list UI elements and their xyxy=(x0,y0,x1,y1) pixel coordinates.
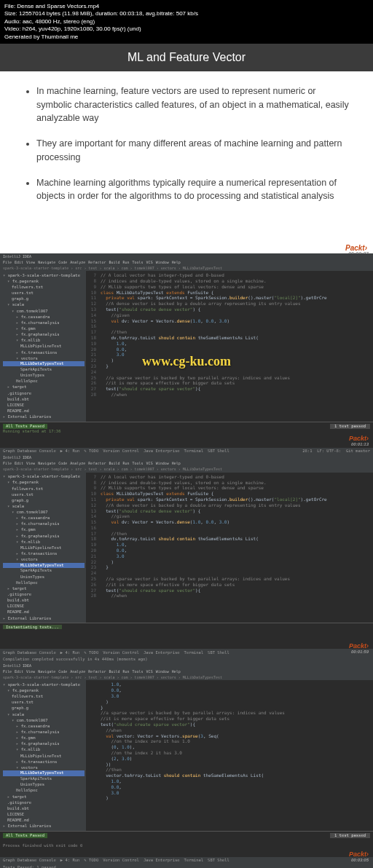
menu-item[interactable]: Run xyxy=(123,669,130,674)
tree-node[interactable]: fx.mllib xyxy=(3,539,85,545)
tree-node[interactable]: fx.gmm xyxy=(3,326,85,331)
tree-node[interactable]: vectors xyxy=(3,557,85,563)
project-tree[interactable]: spark-3-scala-starter-templatefx.pageran… xyxy=(0,271,86,422)
tool-tab[interactable]: Terminal xyxy=(184,650,204,655)
menu-item[interactable]: Window xyxy=(156,461,169,466)
code-editor[interactable]: 7// A local vector has integer-typed and… xyxy=(86,473,373,623)
tree-node[interactable]: External Libraries xyxy=(3,414,85,420)
tree-node[interactable]: External Libraries xyxy=(3,615,85,621)
menu-item[interactable]: Tools xyxy=(133,669,144,674)
tree-node[interactable]: fx.churnanalysis xyxy=(3,521,85,527)
tree-node[interactable]: fx.transactions xyxy=(3,551,85,557)
tree-node[interactable]: fx.pagerank xyxy=(3,480,85,486)
tool-tab[interactable]: Version Control xyxy=(103,449,139,454)
tree-node[interactable]: fx.pagerank xyxy=(3,278,85,284)
menu-item[interactable]: Help xyxy=(172,669,181,674)
menubar[interactable]: FileEditViewNavigateCodeAnalyzeRefactorB… xyxy=(0,461,373,467)
tree-node[interactable]: target xyxy=(3,384,85,390)
code-editor[interactable]: 7// A local vector has integer-typed and… xyxy=(86,271,373,422)
menu-item[interactable]: Tools xyxy=(133,260,144,265)
menu-item[interactable]: Code xyxy=(58,669,67,674)
menu-item[interactable]: View xyxy=(26,669,35,674)
menu-item[interactable]: Help xyxy=(172,461,181,466)
tree-node[interactable]: com.tomekl007 xyxy=(3,717,85,723)
tree-node[interactable]: fx.mllib xyxy=(3,747,85,753)
menu-item[interactable]: Analyze xyxy=(70,461,85,466)
tree-node[interactable]: MLLibPipelineTest xyxy=(3,753,85,759)
tree-node[interactable]: MLLibDataTypesTest xyxy=(3,361,85,366)
tool-tab[interactable]: Version Control xyxy=(103,858,139,863)
tree-node[interactable]: scala xyxy=(3,711,85,717)
tree-node[interactable]: MLLibDataTypesTest xyxy=(3,563,85,568)
tree-node[interactable]: fx.pagerank xyxy=(3,688,85,694)
menu-item[interactable]: Help xyxy=(172,260,181,265)
tree-node[interactable]: followers.txt xyxy=(3,486,85,492)
tool-tab[interactable]: Java Enterprise xyxy=(144,858,180,863)
tree-node[interactable]: UnionTypes xyxy=(3,574,85,580)
run-panel[interactable]: All Tests Passed 1 test passed Process f… xyxy=(0,831,373,857)
tree-node[interactable]: build.sbt xyxy=(3,396,85,402)
menu-item[interactable]: Edit xyxy=(15,260,23,265)
menu-item[interactable]: Build xyxy=(109,461,119,466)
tool-tab[interactable]: ✎ TODO xyxy=(84,858,98,863)
tree-node[interactable]: graph.g xyxy=(3,497,85,503)
menu-item[interactable]: Run xyxy=(123,461,130,466)
tool-tab[interactable]: Graph Database Console xyxy=(3,858,56,863)
tool-tab[interactable]: Terminal xyxy=(184,449,204,454)
tree-node[interactable]: target xyxy=(3,794,85,800)
menu-item[interactable]: Code xyxy=(58,461,67,466)
menu-item[interactable]: Window xyxy=(156,669,169,674)
tool-tab[interactable]: Terminal xyxy=(184,858,204,863)
menu-item[interactable]: Edit xyxy=(15,461,23,466)
tree-node[interactable]: fx.graphanalysis xyxy=(3,533,85,539)
menu-item[interactable]: VCS xyxy=(146,461,153,466)
menu-item[interactable]: Analyze xyxy=(70,260,85,265)
breadcrumb[interactable]: spark-3-scala-starter-template › src › t… xyxy=(0,674,373,680)
tree-node[interactable]: users.txt xyxy=(3,492,85,497)
menu-item[interactable]: Build xyxy=(109,669,119,674)
tree-node[interactable]: spark-3-scala-starter-template xyxy=(3,272,85,278)
tree-node[interactable]: fx.gmm xyxy=(3,735,85,741)
tree-node[interactable]: SparkApiTests xyxy=(3,366,85,372)
project-tree[interactable]: spark-3-scala-starter-templatefx.pageran… xyxy=(0,680,86,831)
tree-node[interactable]: graph.g xyxy=(3,706,85,711)
tree-node[interactable]: MLLibDataTypesTest xyxy=(3,770,85,776)
run-panel[interactable]: All Tests Passed 1 test passed Running s… xyxy=(0,422,373,448)
tree-node[interactable]: vectors xyxy=(3,765,85,770)
project-tree[interactable]: spark-3-scala-starter-templatefx.pageran… xyxy=(0,473,86,623)
tree-node[interactable]: followers.txt xyxy=(3,284,85,290)
tree-node[interactable]: LICENSE xyxy=(3,402,85,408)
tree-node[interactable]: fx.cassandra xyxy=(3,723,85,729)
tree-node[interactable]: fx.cassandra xyxy=(3,314,85,320)
menu-item[interactable]: Tools xyxy=(133,461,144,466)
menu-item[interactable]: Analyze xyxy=(70,669,85,674)
menu-item[interactable]: Navigate xyxy=(38,461,55,466)
tree-node[interactable]: spark-3-scala-starter-template xyxy=(3,474,85,480)
tree-node[interactable]: MLLibPipelineTest xyxy=(3,545,85,551)
tree-node[interactable]: UnionTypes xyxy=(3,373,85,379)
menu-item[interactable]: View xyxy=(26,260,35,265)
tree-node[interactable]: .gitignore xyxy=(3,390,85,396)
tree-node[interactable]: fx.transactions xyxy=(3,350,85,355)
menu-item[interactable]: File xyxy=(3,260,12,265)
tool-tab[interactable]: ✎ TODO xyxy=(84,650,98,655)
tree-node[interactable]: README.md xyxy=(3,408,85,414)
run-panel[interactable]: Instantiating tests... xyxy=(0,623,373,649)
tree-node[interactable]: build.sbt xyxy=(3,598,85,604)
tool-tab[interactable]: ✎ TODO xyxy=(84,449,98,454)
menu-item[interactable]: Refactor xyxy=(88,260,106,265)
tree-node[interactable]: HelloSpec xyxy=(3,580,85,585)
menu-item[interactable]: Window xyxy=(156,260,169,265)
tree-node[interactable]: fx.gmm xyxy=(3,527,85,533)
tree-node[interactable]: UnionTypes xyxy=(3,782,85,788)
breadcrumb[interactable]: spark-3-scala-starter-template › src › t… xyxy=(0,265,373,271)
menu-item[interactable]: VCS xyxy=(146,669,153,674)
tool-tab[interactable]: ▶ 4: Run xyxy=(60,449,80,454)
tool-tab[interactable]: SBT Shell xyxy=(208,449,229,454)
tool-tab[interactable]: ▶ 4: Run xyxy=(60,858,80,863)
tree-node[interactable]: README.md xyxy=(3,818,85,824)
tool-tab[interactable]: Version Control xyxy=(103,650,139,655)
tree-node[interactable]: External Libraries xyxy=(3,824,85,829)
breadcrumb[interactable]: spark-3-scala-starter-template › src › t… xyxy=(0,467,373,473)
tree-node[interactable]: fx.churnanalysis xyxy=(3,320,85,326)
